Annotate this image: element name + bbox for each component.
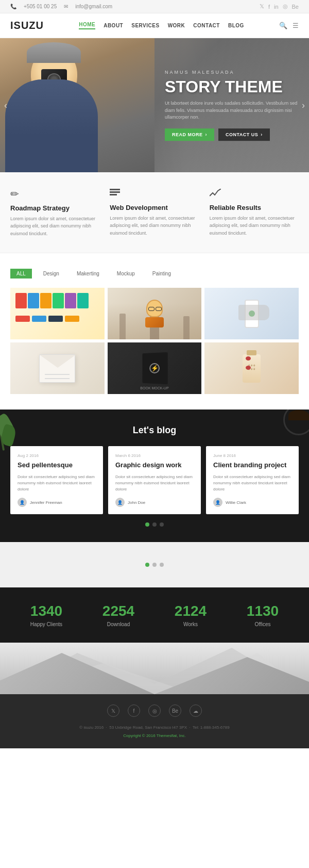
footer-brand: © isuzu 2016 xyxy=(79,725,104,730)
test-dot-2[interactable] xyxy=(152,563,157,567)
blog-author-name-1: Jennifer Freeman xyxy=(30,500,62,505)
menu-icon[interactable]: ☰ xyxy=(293,22,299,29)
nav-about[interactable]: ABOUT xyxy=(104,23,123,28)
phone-container xyxy=(245,300,259,328)
card-green xyxy=(53,293,64,308)
portfolio-section: ALL Design Makerting Mockup Painting xyxy=(0,253,309,410)
hero-arrow-right[interactable]: › xyxy=(302,100,305,111)
instagram-icon[interactable]: ◎ xyxy=(283,3,288,10)
feature-roadmap-title: Roadmap Strategy xyxy=(10,204,99,212)
nav-work[interactable]: WORK xyxy=(168,23,185,28)
footer-facebook-icon[interactable]: f xyxy=(128,705,140,717)
char-body xyxy=(145,317,164,327)
blog-avatar-1: 👤 xyxy=(18,498,27,507)
tab-makerting[interactable]: Makerting xyxy=(71,269,106,279)
arrow-right-icon-2: › xyxy=(261,132,263,137)
portfolio-item-5[interactable]: ⚡ BOOK MOCK-UP xyxy=(108,342,202,394)
footer-mountain-decoration xyxy=(0,643,309,694)
test-dot-1[interactable] xyxy=(145,563,149,567)
nav-home[interactable]: HOME xyxy=(79,22,95,29)
footer-address-text: 53 Uxbridge Road, San Francisco I47 3PX xyxy=(109,725,187,730)
hero-content: NAMUS MALESUADA STORY THEME Ut laborteet… xyxy=(165,70,299,141)
hero-subtitle: NAMUS MALESUADA xyxy=(165,70,299,75)
env-line-2 xyxy=(45,374,70,375)
testimonial-section xyxy=(0,542,309,587)
phone-number: +505 01 00 25 xyxy=(24,4,57,9)
card-blue xyxy=(28,293,39,308)
logo-2 xyxy=(32,316,46,322)
facebook-icon[interactable]: f xyxy=(268,4,270,10)
hero-title: STORY THEME xyxy=(165,78,299,96)
tab-design[interactable]: Design xyxy=(37,269,65,279)
env-container xyxy=(39,354,75,383)
portfolio-envelope-display xyxy=(10,342,105,394)
logo-row xyxy=(10,314,105,324)
blog-dot-3[interactable] xyxy=(160,522,164,527)
testimonial-dots xyxy=(145,563,164,567)
portfolio-character-display xyxy=(108,288,202,339)
nav-services[interactable]: SERVICES xyxy=(131,23,159,28)
bow-left xyxy=(246,356,251,361)
glass-left xyxy=(148,307,154,311)
main-nav: HOME ABOUT SERVICES WORK CONTACT BLOG xyxy=(79,22,244,29)
site-footer: 𝕏 f ◎ Be ☁ © isuzu 2016 · 53 Uxbridge Ro… xyxy=(0,694,309,748)
blog-avatar-3: 👤 xyxy=(213,498,222,507)
test-dot-3[interactable] xyxy=(160,563,164,567)
portfolio-item-3[interactable] xyxy=(204,288,299,339)
char-glasses xyxy=(148,307,163,311)
hero-arrow-left[interactable]: ‹ xyxy=(4,100,7,111)
top-bar-contact: 📞 +505 01 00 25 ✉ info@gmail.com xyxy=(10,4,112,9)
portfolio-bottle-display: ⚘⚘⚘⚘⚘⚘ xyxy=(204,342,299,394)
blog-card-3[interactable]: June 8 2016 Client branding project Dolo… xyxy=(206,446,299,514)
bow xyxy=(246,353,258,357)
tab-all[interactable]: ALL xyxy=(10,269,32,279)
linkedin-icon[interactable]: in xyxy=(274,4,279,10)
portfolio-phone-display xyxy=(204,288,299,339)
nav-contact[interactable]: CONTACT xyxy=(193,23,220,28)
footer-copyright: Copyright © 2016 Themesflat, Inc. xyxy=(10,733,299,738)
stat-offices-number: 1130 xyxy=(227,603,299,619)
portfolio-item-6[interactable]: ⚘⚘⚘⚘⚘⚘ xyxy=(204,342,299,394)
footer-instagram-icon[interactable]: ◎ xyxy=(148,705,161,717)
logo-4 xyxy=(65,316,79,322)
tab-painting[interactable]: Painting xyxy=(146,269,177,279)
footer-behance-icon[interactable]: Be xyxy=(169,705,181,717)
tab-mockup[interactable]: Mockup xyxy=(111,269,141,279)
portfolio-book-display: ⚡ BOOK MOCK-UP xyxy=(108,342,202,394)
blog-author-3: 👤 Willie Clark xyxy=(213,498,291,507)
search-icon[interactable]: 🔍 xyxy=(279,22,287,29)
site-logo[interactable]: ISUZU xyxy=(10,20,44,31)
read-more-button[interactable]: READ MORE › xyxy=(165,128,214,141)
nav-blog[interactable]: BLOG xyxy=(228,23,244,28)
blog-excerpt-1: Dolor sit consectetuer adipiscing sed di… xyxy=(18,474,96,493)
blog-pagination-dots xyxy=(10,522,299,527)
portfolio-item-1[interactable] xyxy=(10,288,105,339)
portfolio-item-4[interactable] xyxy=(10,342,105,394)
feature-roadmap-text: Lorem ipsum dolor sit amet, consectetuer… xyxy=(10,215,99,237)
footer-copyright-text: Copyright © 2016 Themesflat, Inc. xyxy=(123,733,185,738)
feature-results: Reliable Results Lorem ipsum dolor sit a… xyxy=(210,188,299,237)
portfolio-cards-display xyxy=(10,288,105,314)
env-flap xyxy=(40,355,76,368)
footer-twitter-icon[interactable]: 𝕏 xyxy=(107,705,119,717)
hero-text: Ut laborteet dolore irure volu sadales s… xyxy=(165,100,299,121)
behance-icon[interactable]: Be xyxy=(292,4,299,10)
footer-social-links: 𝕏 f ◎ Be ☁ xyxy=(10,705,299,717)
portfolio-tabs: ALL Design Makerting Mockup Painting xyxy=(10,269,299,279)
twitter-icon[interactable]: 𝕏 xyxy=(260,3,264,10)
footer-rss-icon[interactable]: ☁ xyxy=(190,705,202,717)
phone-icon: 📞 xyxy=(10,4,16,9)
roadmap-icon: ✏ xyxy=(10,188,99,200)
blog-dot-1[interactable] xyxy=(145,522,149,527)
contact-us-button[interactable]: CONTACT US › xyxy=(218,128,270,141)
blog-card-2[interactable]: March 6 2016 Graphic design work Dolor s… xyxy=(108,446,201,514)
stat-clients-label: Happy Clients xyxy=(10,621,82,627)
portfolio-item-2[interactable] xyxy=(108,288,202,339)
tower-1 xyxy=(119,314,126,339)
blog-dot-2[interactable] xyxy=(152,522,157,527)
stat-works-number: 2124 xyxy=(154,603,227,619)
feature-webdev-title: Web Development xyxy=(110,204,199,211)
feature-webdev-text: Lorem ipsum dolor sit amet, consectetuer… xyxy=(110,215,199,237)
bag-shape: ⚘⚘⚘⚘⚘⚘ xyxy=(243,354,261,383)
coffee-decoration xyxy=(273,410,309,446)
